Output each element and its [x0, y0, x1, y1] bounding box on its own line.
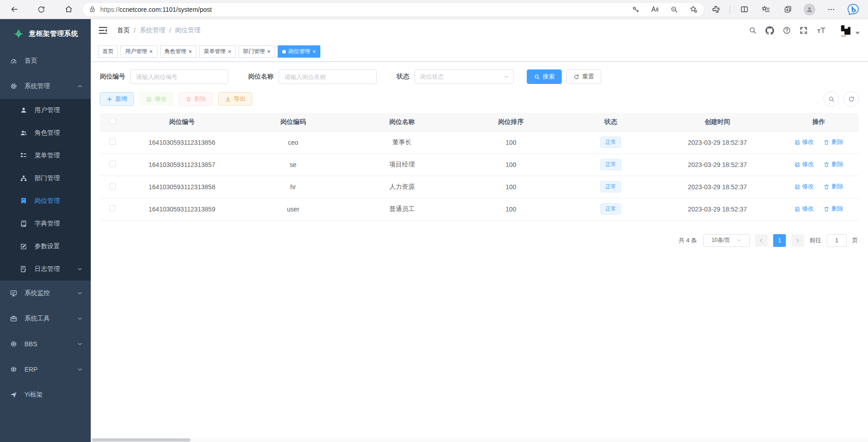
sidebar-item-system-management[interactable]: 系统管理	[0, 74, 91, 99]
sidebar-item-user-management[interactable]: 用户管理	[0, 99, 91, 122]
search-button[interactable]: 搜索	[527, 69, 562, 84]
sidebar-item-post-management[interactable]: 岗位管理	[0, 190, 91, 212]
tab-dept-management[interactable]: 部门管理 ×	[239, 45, 275, 58]
password-key-icon[interactable]	[632, 5, 640, 14]
export-button[interactable]: 导出	[218, 92, 252, 106]
tags-view-bar: 首页 用户管理 × 角色管理 × 菜单管理 × 部门管理 × 岗位管理 ×	[91, 42, 868, 62]
row-delete-link[interactable]: 删除	[824, 182, 843, 191]
back-arrow-icon	[10, 5, 19, 14]
refresh-table-button[interactable]	[843, 91, 859, 107]
sidebar-item-home[interactable]: 首页	[0, 48, 91, 74]
page-number-1[interactable]: 1	[773, 234, 786, 247]
favorites-add-icon[interactable]	[689, 5, 698, 14]
row-checkbox[interactable]	[109, 183, 116, 189]
goto-page-input[interactable]	[827, 234, 847, 247]
sidebar-item-menu-management[interactable]: 菜单管理	[0, 144, 91, 167]
post-code-input[interactable]	[130, 69, 228, 84]
fullscreen-icon[interactable]	[799, 26, 808, 34]
user-avatar-menu[interactable]	[839, 24, 860, 37]
chevron-down-icon	[77, 341, 83, 347]
chevron-right-icon	[795, 238, 800, 243]
tab-role-management[interactable]: 角色管理 ×	[160, 45, 197, 58]
edit-icon	[794, 162, 800, 167]
browser-menu-icon[interactable]	[824, 2, 839, 17]
extensions-icon[interactable]	[708, 2, 723, 17]
cell-post-name: 项目经理	[348, 153, 456, 176]
trash-icon	[824, 139, 829, 145]
badge-icon	[20, 197, 27, 205]
col-header-created: 创建时间	[656, 113, 779, 131]
post-name-input[interactable]	[279, 69, 377, 84]
globe-icon	[10, 340, 17, 348]
tab-home[interactable]: 首页	[98, 45, 118, 58]
zoom-out-icon[interactable]	[670, 5, 678, 14]
tab-close-icon[interactable]: ×	[149, 49, 153, 54]
cell-post-code: se	[239, 153, 348, 176]
sidebar-item-dict-management[interactable]: 字典管理	[0, 212, 91, 235]
bing-chat-icon[interactable]	[845, 2, 861, 17]
tab-close-icon[interactable]: ×	[312, 49, 316, 54]
toolbox-icon	[10, 315, 17, 322]
delete-button[interactable]: 删除	[179, 92, 213, 106]
row-edit-link[interactable]: 修改	[794, 182, 814, 191]
browser-home-button[interactable]	[61, 2, 76, 17]
row-edit-link[interactable]: 修改	[794, 205, 814, 213]
collections-icon[interactable]	[780, 2, 795, 17]
toggle-search-button[interactable]	[824, 91, 839, 107]
sidebar-item-label: 用户管理	[34, 106, 83, 114]
row-delete-link[interactable]: 删除	[824, 160, 843, 168]
address-bar[interactable]: https://ccnetcore.com:1101/system/post	[83, 3, 704, 16]
row-checkbox[interactable]	[109, 138, 116, 145]
github-icon[interactable]	[765, 26, 774, 35]
row-delete-link[interactable]: 删除	[824, 138, 843, 146]
prev-page-button[interactable]	[755, 234, 768, 247]
cell-post-sort: 100	[456, 176, 565, 198]
horizontal-scrollbar[interactable]	[91, 438, 868, 442]
globe-icon	[10, 366, 17, 373]
sidebar-item-yi-framework[interactable]: Yi框架	[0, 382, 91, 408]
table-header-row: 岗位编号 岗位编码 岗位名称 岗位排序 状态 创建时间 操作	[100, 113, 859, 131]
browser-profile-avatar[interactable]	[802, 2, 817, 17]
scrollbar-thumb[interactable]	[92, 438, 191, 442]
row-edit-link[interactable]: 修改	[794, 138, 814, 146]
sidebar-item-bbs[interactable]: BBS	[0, 331, 91, 357]
breadcrumb-separator: /	[134, 27, 136, 34]
sidebar-item-erp[interactable]: ERP	[0, 357, 91, 382]
read-aloud-icon[interactable]	[651, 5, 659, 14]
table-toolbar: 新增 修改 删除 导出	[100, 91, 859, 107]
sidebar-item-dept-management[interactable]: 部门管理	[0, 167, 91, 190]
select-all-checkbox[interactable]	[109, 118, 116, 124]
sidebar-item-role-management[interactable]: 角色管理	[0, 122, 91, 144]
yi-logo-avatar	[839, 24, 852, 37]
split-screen-icon[interactable]	[736, 2, 752, 17]
row-edit-link[interactable]: 修改	[794, 160, 814, 168]
sidebar-item-param-settings[interactable]: 参数设置	[0, 235, 91, 258]
sidebar-item-log-management[interactable]: 日志管理	[0, 258, 91, 280]
tab-user-management[interactable]: 用户管理 ×	[121, 45, 157, 58]
tab-close-icon[interactable]: ×	[189, 49, 192, 54]
sidebar-item-system-tools[interactable]: 系统工具	[0, 306, 91, 331]
breadcrumb-home[interactable]: 首页	[117, 26, 130, 34]
row-checkbox[interactable]	[109, 205, 116, 211]
font-size-icon[interactable]	[816, 26, 826, 34]
add-button[interactable]: 新增	[100, 92, 134, 106]
status-select[interactable]: 岗位状态	[414, 69, 514, 84]
tab-close-icon[interactable]: ×	[267, 49, 271, 54]
help-icon[interactable]	[783, 26, 791, 34]
favorites-list-icon[interactable]	[758, 2, 774, 17]
row-checkbox[interactable]	[109, 161, 116, 167]
reset-button[interactable]: 重置	[566, 69, 601, 84]
sidebar-item-system-monitor[interactable]: 系统监控	[0, 280, 91, 306]
edit-button[interactable]: 修改	[139, 92, 173, 106]
header-search-icon[interactable]	[749, 26, 757, 34]
browser-refresh-button[interactable]	[34, 2, 49, 17]
tab-menu-management[interactable]: 菜单管理 ×	[199, 45, 236, 58]
tab-close-icon[interactable]: ×	[228, 49, 231, 54]
browser-back-button[interactable]	[6, 2, 22, 17]
row-delete-link[interactable]: 删除	[824, 205, 843, 213]
sidebar-collapse-icon[interactable]	[98, 25, 108, 35]
page-size-select[interactable]: 10条/页	[703, 234, 750, 247]
next-page-button[interactable]	[791, 234, 804, 247]
tab-post-management[interactable]: 岗位管理 ×	[278, 45, 320, 58]
sidebar-item-label: 系统管理	[25, 82, 70, 90]
